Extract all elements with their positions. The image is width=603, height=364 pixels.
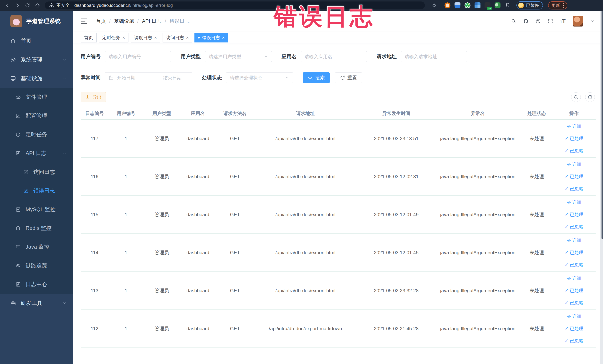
sidebar-item-mysql-监控[interactable]: MySQL 监控 <box>0 200 73 219</box>
action-已忽略[interactable]: ✓已忽略 <box>565 338 583 344</box>
sidebar-item-研发工具[interactable]: 研发工具 <box>0 294 73 312</box>
sidebar-item-基础设施[interactable]: 基础设施 <box>0 69 73 88</box>
breadcrumb-item-home[interactable]: 首页 <box>96 18 106 24</box>
tab-close-icon[interactable]: × <box>122 35 125 40</box>
action-已处理[interactable]: ✓已处理 <box>565 288 583 294</box>
action-已忽略[interactable]: ✓已忽略 <box>565 300 583 306</box>
status-select[interactable]: 请选择处理状态 <box>226 72 293 83</box>
date-range-input[interactable]: 开始日期 - 结束日期 <box>105 72 192 83</box>
action-已忽略[interactable]: ✓已忽略 <box>565 262 583 268</box>
date-end-placeholder: 结束日期 <box>156 75 188 81</box>
action-已忽略[interactable]: ✓已忽略 <box>565 148 583 154</box>
extension-icon-grid[interactable] <box>475 2 480 8</box>
action-详细[interactable]: 详细 <box>567 123 581 129</box>
sidebar-item-定时任务[interactable]: 定时任务 <box>0 125 73 144</box>
browser-update-button[interactable]: 更新 <box>548 1 567 10</box>
action-已处理[interactable]: ✓已处理 <box>565 136 583 141</box>
请求地址-input[interactable] <box>401 51 467 62</box>
home-icon[interactable] <box>33 1 42 10</box>
action-已处理[interactable]: ✓已处理 <box>565 211 583 218</box>
action-已处理[interactable]: ✓已处理 <box>565 250 583 256</box>
tab-close-icon[interactable]: × <box>222 35 225 40</box>
page-scrollbar[interactable] <box>600 11 603 364</box>
sidebar-item-label: Java 监控 <box>26 243 49 251</box>
用户类型-select[interactable]: 请选择用户类型 <box>205 51 272 62</box>
sidebar-item-访问日志[interactable]: 访问日志 <box>0 163 73 181</box>
tab-错误日志[interactable]: 错误日志× <box>195 33 228 42</box>
tab-首页[interactable]: 首页 <box>81 33 97 42</box>
sidebar-item-链路追踪[interactable]: 链路追踪 <box>0 256 73 275</box>
breadcrumb-item-infra[interactable]: 基础设施 <box>114 18 134 24</box>
help-icon[interactable] <box>535 19 541 24</box>
sidebar-item-系统管理[interactable]: 系统管理 <box>0 50 73 69</box>
cell-actions: 详细✓已处理✓已忽略 <box>553 313 595 344</box>
table-row: 1121管理员dashboardGET/api/infra/db-doc/exp… <box>81 310 596 348</box>
tab-label: 首页 <box>84 35 93 41</box>
extension-icon-on-badge[interactable] <box>485 2 490 8</box>
用户编号-input[interactable] <box>105 51 171 62</box>
column-header-处理状态: 处理状态 <box>520 110 553 117</box>
action-label: 已处理 <box>570 326 583 331</box>
action-已处理[interactable]: ✓已处理 <box>565 326 583 331</box>
extension-icon-green[interactable]: V <box>464 2 470 8</box>
sidebar-item-日志中心[interactable]: 日志中心 <box>0 275 73 294</box>
url-bar[interactable]: 不安全 dashboard.yudao.iocoder.cn/infra/log… <box>45 1 425 9</box>
chevron-down-icon <box>62 301 67 305</box>
profile-paused-badge[interactable]: 已暂停 <box>516 1 543 10</box>
github-icon[interactable] <box>523 19 529 24</box>
action-label: 已忽略 <box>570 338 583 344</box>
tab-定时任务[interactable]: 定时任务× <box>99 33 128 42</box>
action-已忽略[interactable]: ✓已忽略 <box>565 224 583 230</box>
app-logo-row[interactable]: 芋道管理系统 <box>0 11 73 32</box>
toggle-search-button[interactable] <box>571 92 581 102</box>
action-详细[interactable]: 详细 <box>567 199 581 205</box>
refresh-table-button[interactable] <box>585 92 595 102</box>
check-icon: ✓ <box>565 288 568 293</box>
tab-close-icon[interactable]: × <box>154 35 157 40</box>
extension-icon-leaf[interactable] <box>495 2 500 8</box>
breadcrumb-item-api-log[interactable]: API 日志 <box>142 18 162 24</box>
export-button[interactable]: 导出 <box>81 92 106 102</box>
extension-icon-orange[interactable] <box>444 2 451 8</box>
action-详细[interactable]: 详细 <box>567 275 581 281</box>
fullscreen-icon[interactable] <box>548 19 553 24</box>
collapse-sidebar-icon[interactable] <box>81 19 88 24</box>
scrollbar-thumb[interactable] <box>602 11 603 239</box>
user-avatar[interactable] <box>573 16 583 26</box>
user-menu-caret-icon[interactable] <box>590 19 594 23</box>
sidebar-item-文件管理[interactable]: 文件管理 <box>0 88 73 106</box>
action-详细[interactable]: 详细 <box>567 237 581 243</box>
check-icon: ✓ <box>565 338 568 343</box>
reset-button[interactable]: 重置 <box>335 72 362 83</box>
bookmark-star-icon[interactable] <box>430 1 438 10</box>
action-详细[interactable]: 详细 <box>567 313 581 319</box>
reload-icon[interactable] <box>23 1 32 10</box>
edit-icon <box>16 282 21 287</box>
tab-close-icon[interactable]: × <box>186 35 189 40</box>
check-icon: ✓ <box>565 224 568 229</box>
extensions-puzzle-icon[interactable] <box>505 2 510 8</box>
sidebar-item-label: API 日志 <box>26 150 46 157</box>
sidebar-item-首页[interactable]: 首页 <box>0 32 73 50</box>
font-size-icon[interactable]: TT <box>560 18 566 24</box>
sidebar-item-redis-监控[interactable]: Redis 监控 <box>0 219 73 237</box>
tab-访问日志[interactable]: 访问日志× <box>162 33 192 42</box>
action-已处理[interactable]: ✓已处理 <box>565 174 583 179</box>
sidebar-item-api-日志[interactable]: API 日志 <box>0 144 73 163</box>
sidebar-item-错误日志[interactable]: 错误日志 <box>0 181 73 200</box>
chevron-down-icon <box>62 58 67 62</box>
search-button[interactable]: 搜索 <box>303 72 330 83</box>
forward-icon[interactable] <box>13 1 22 10</box>
应用名-input[interactable] <box>301 51 367 62</box>
back-icon[interactable] <box>3 1 12 10</box>
cell-id: 114 <box>81 250 108 256</box>
browser-menu-icon[interactable] <box>563 3 564 8</box>
sidebar-item-label: 系统管理 <box>21 56 42 63</box>
sidebar-item-配置管理[interactable]: 配置管理 <box>0 106 73 125</box>
action-已忽略[interactable]: ✓已忽略 <box>565 186 583 192</box>
tab-调度日志[interactable]: 调度日志× <box>131 33 160 42</box>
sidebar-item-java-监控[interactable]: Java 监控 <box>0 237 73 256</box>
extension-icon-shield[interactable] <box>454 2 461 8</box>
action-详细[interactable]: 详细 <box>567 161 581 167</box>
search-icon[interactable] <box>511 19 516 24</box>
